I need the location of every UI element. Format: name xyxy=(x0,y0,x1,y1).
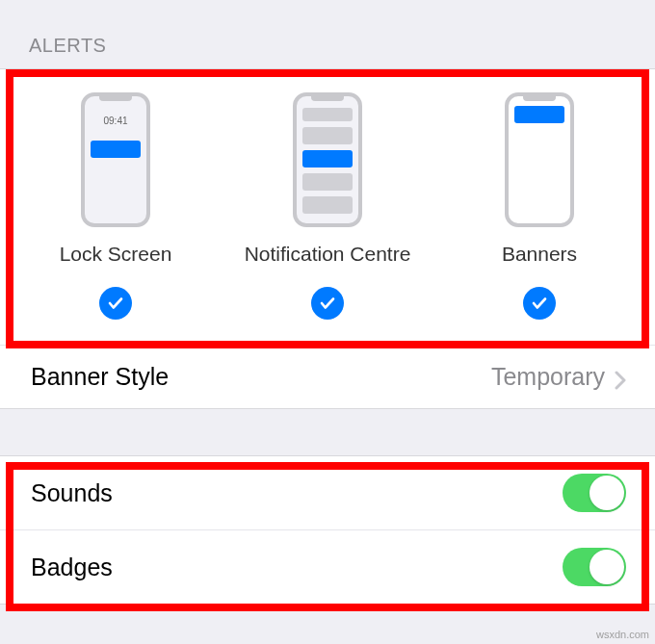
chevron-right-icon xyxy=(615,368,626,387)
options-panel: Sounds Badges xyxy=(0,455,655,605)
badges-label: Badges xyxy=(31,554,113,581)
alerts-options-row: 09:41 Lock Screen Notification Centre xyxy=(0,69,655,345)
checkmark-icon[interactable] xyxy=(523,287,556,320)
checkmark-icon[interactable] xyxy=(311,287,344,320)
alert-option-banners[interactable]: Banners xyxy=(433,92,645,320)
sounds-label: Sounds xyxy=(31,479,113,507)
alert-label-banners: Banners xyxy=(502,243,577,266)
alert-option-lock-screen[interactable]: 09:41 Lock Screen xyxy=(10,92,222,320)
sounds-row: Sounds xyxy=(0,456,655,529)
checkmark-icon[interactable] xyxy=(99,287,132,320)
badges-toggle[interactable] xyxy=(563,548,626,586)
watermark-text: wsxdn.com xyxy=(596,629,649,640)
alert-label-notification-centre: Notification Centre xyxy=(245,243,411,266)
banner-style-value: Temporary xyxy=(491,363,626,391)
lock-screen-icon: 09:41 xyxy=(81,92,150,227)
banners-icon xyxy=(505,92,574,227)
alert-option-notification-centre[interactable]: Notification Centre xyxy=(222,92,433,320)
notification-centre-icon xyxy=(293,92,362,227)
banner-style-row[interactable]: Banner Style Temporary xyxy=(0,345,655,408)
alerts-panel: 09:41 Lock Screen Notification Centre xyxy=(0,68,655,409)
alert-label-lock-screen: Lock Screen xyxy=(60,243,172,266)
sounds-toggle[interactable] xyxy=(563,474,626,512)
badges-row: Badges xyxy=(0,529,655,604)
alerts-section-header: ALERTS xyxy=(0,0,655,68)
banner-style-label: Banner Style xyxy=(31,363,169,391)
